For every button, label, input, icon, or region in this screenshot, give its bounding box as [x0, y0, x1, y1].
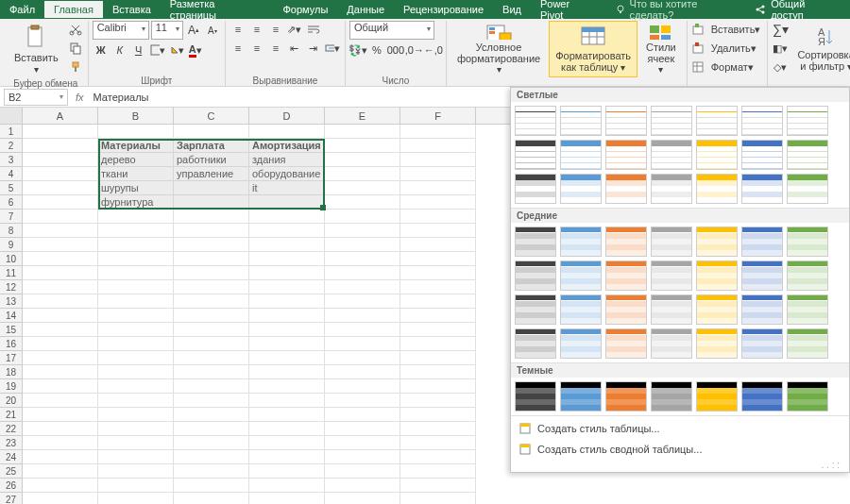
cell[interactable] — [98, 210, 174, 224]
table-style-swatch[interactable] — [560, 106, 602, 136]
cell[interactable] — [23, 139, 98, 153]
table-style-swatch[interactable] — [741, 260, 783, 291]
tab-вставка[interactable]: Вставка — [103, 1, 161, 18]
merge-button[interactable]: ▾ — [324, 40, 341, 57]
cell[interactable] — [174, 125, 249, 139]
cell[interactable] — [249, 280, 325, 294]
cell[interactable] — [98, 464, 174, 479]
table-style-swatch[interactable] — [741, 328, 783, 359]
number-format-select[interactable]: Общий — [349, 21, 434, 40]
cell[interactable] — [98, 422, 174, 436]
row-header[interactable]: 3 — [0, 153, 22, 167]
cell[interactable] — [249, 464, 325, 479]
cell[interactable] — [23, 167, 98, 181]
cell[interactable] — [98, 125, 174, 139]
row-header[interactable]: 12 — [0, 280, 22, 294]
cell[interactable] — [400, 181, 476, 195]
cell[interactable] — [174, 181, 249, 195]
comma-button[interactable]: 000 — [387, 42, 404, 59]
cell[interactable] — [174, 394, 249, 408]
table-style-swatch[interactable] — [741, 106, 783, 136]
table-style-swatch[interactable] — [741, 227, 783, 257]
cell[interactable] — [23, 252, 98, 266]
table-style-swatch[interactable] — [787, 328, 828, 359]
table-style-swatch[interactable] — [696, 174, 738, 204]
cell[interactable] — [23, 266, 98, 280]
table-style-swatch[interactable] — [696, 140, 738, 170]
cell[interactable] — [249, 252, 325, 266]
cell[interactable] — [325, 181, 400, 195]
copy-button[interactable] — [67, 40, 84, 57]
table-style-swatch[interactable] — [651, 174, 692, 204]
table-style-swatch[interactable] — [696, 227, 738, 257]
cell[interactable] — [23, 181, 98, 195]
table-style-swatch[interactable] — [787, 174, 828, 204]
delete-cells-button[interactable]: Удалить ▾ — [708, 40, 759, 57]
cell[interactable] — [325, 464, 400, 479]
new-table-style-button[interactable]: Создать стиль таблицы... — [511, 418, 849, 439]
row-header[interactable]: 2 — [0, 139, 22, 153]
cell[interactable] — [174, 408, 249, 422]
table-style-swatch[interactable] — [515, 328, 556, 359]
cell[interactable] — [325, 365, 400, 379]
cell[interactable] — [23, 294, 98, 309]
cell[interactable] — [325, 139, 400, 153]
align-top-button[interactable]: ≡ — [230, 21, 246, 38]
cell[interactable] — [325, 408, 400, 422]
increase-font-button[interactable]: A▴ — [185, 22, 202, 39]
cell[interactable] — [400, 266, 476, 280]
table-style-swatch[interactable] — [605, 328, 647, 359]
cell[interactable]: it — [249, 181, 325, 195]
table-style-swatch[interactable] — [787, 227, 828, 257]
table-style-swatch[interactable] — [651, 381, 692, 412]
cell[interactable] — [325, 167, 400, 181]
cell[interactable] — [98, 224, 174, 238]
cell[interactable] — [249, 479, 325, 493]
cell[interactable] — [174, 224, 249, 238]
table-style-swatch[interactable] — [605, 227, 647, 257]
table-style-swatch[interactable] — [696, 328, 738, 359]
row-header[interactable]: 22 — [0, 422, 22, 436]
cell[interactable] — [325, 153, 400, 167]
cell[interactable] — [249, 337, 325, 351]
cell[interactable] — [249, 493, 325, 504]
column-header[interactable]: C — [174, 108, 249, 124]
font-name-select[interactable]: Calibri — [93, 21, 149, 40]
table-style-swatch[interactable] — [605, 174, 647, 204]
cell[interactable] — [174, 493, 249, 504]
cell[interactable] — [23, 210, 98, 224]
cell[interactable] — [400, 365, 476, 379]
cell[interactable] — [249, 224, 325, 238]
new-pivot-style-button[interactable]: Создать стиль сводной таблицы... — [511, 439, 849, 460]
tab-рецензирование[interactable]: Рецензирование — [394, 1, 493, 18]
cell[interactable] — [98, 408, 174, 422]
cell[interactable] — [23, 280, 98, 294]
cell[interactable] — [400, 379, 476, 394]
table-style-swatch[interactable] — [787, 381, 828, 412]
row-header[interactable]: 17 — [0, 351, 22, 365]
cell[interactable] — [23, 309, 98, 323]
cell[interactable] — [400, 238, 476, 252]
cell[interactable] — [325, 252, 400, 266]
cell[interactable]: Амортизация — [249, 139, 325, 153]
table-style-swatch[interactable] — [741, 294, 783, 325]
cell[interactable] — [325, 238, 400, 252]
cell[interactable] — [400, 294, 476, 309]
wrap-text-button[interactable] — [305, 21, 322, 38]
table-style-swatch[interactable] — [560, 227, 602, 257]
cell[interactable] — [325, 493, 400, 504]
cell[interactable] — [249, 394, 325, 408]
table-style-swatch[interactable] — [651, 140, 692, 170]
table-style-swatch[interactable] — [787, 294, 828, 325]
row-header[interactable]: 5 — [0, 181, 22, 195]
cell[interactable]: здания — [249, 153, 325, 167]
cell[interactable] — [400, 479, 476, 493]
table-style-swatch[interactable] — [787, 140, 828, 170]
row-header[interactable]: 8 — [0, 224, 22, 238]
sort-filter-button[interactable]: AЯ Сортировкаи фильтр ▾ — [790, 21, 850, 77]
cell[interactable] — [174, 238, 249, 252]
cell[interactable] — [249, 436, 325, 450]
fx-button[interactable]: fx — [72, 92, 88, 103]
cell[interactable] — [325, 280, 400, 294]
cell[interactable] — [325, 450, 400, 464]
